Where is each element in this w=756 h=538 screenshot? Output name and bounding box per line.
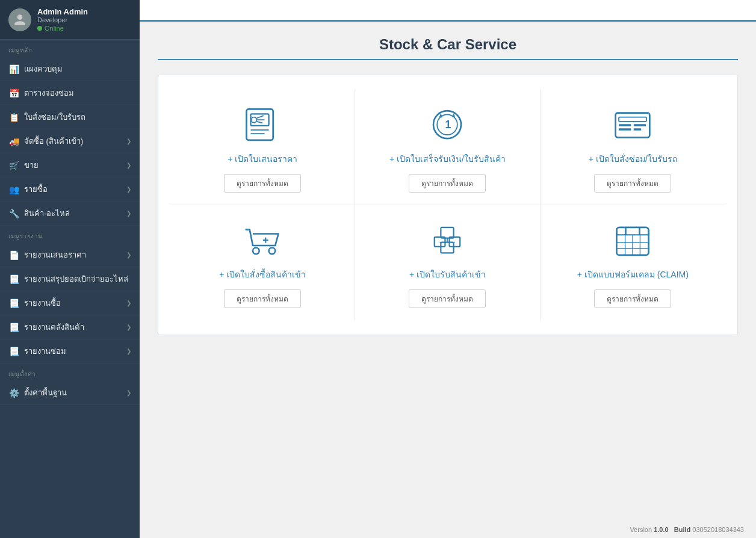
repair-order-icon [609,104,657,146]
avatar [8,8,31,31]
sidebar-item-label: รายงานเสนอราคา [24,249,86,261]
svg-rect-13 [634,128,641,131]
sidebar-item-dashboard[interactable]: 📊 แผงควบคุม [0,57,140,81]
report-icon: 📄 [8,250,19,260]
sidebar-item-label: รายซื้อ [24,183,48,196]
btn-view-quotation[interactable]: ดูรายการทั้งหมด [224,174,301,193]
claim-icon [609,220,657,262]
svg-point-14 [253,248,259,255]
chevron-right-icon: ❯ [126,324,131,330]
svg-rect-16 [441,243,454,253]
card-label-repair-order: + เปิดใบสั่งซ่อม/ใบรับรถ [589,152,677,165]
btn-view-claim[interactable]: ดูรายการทั้งหมด [594,289,671,308]
chevron-right-icon: ❯ [126,186,131,193]
sidebar-item-label: แผงควบคุม [24,63,63,75]
sidebar-item-label: ตารางจองซ่อม [24,87,74,99]
expenses-icon: 👥 [8,185,19,194]
sidebar-item-report-purchase[interactable]: 📃 รายงานซื้อ ❯ [0,291,140,315]
svg-rect-12 [634,124,646,126]
sidebar-item-label: รายงานซื้อ [24,297,61,309]
sidebar-item-label: จัดซื้อ (สินค้าเข้า) [24,135,83,147]
main-content: Stock & Car Service [140,0,756,538]
svg-point-2 [252,117,257,123]
version-bar: Version 1.0.0 Build 03052018034343 [140,521,756,538]
sidebar-item-label: รายงานสรุปยอดเบิกจ่ายอะไหล่ [24,273,128,285]
user-profile[interactable]: Admin Admin Developer Online [0,0,140,40]
chevron-right-icon: ❯ [126,300,131,306]
svg-point-15 [269,248,276,255]
sidebar: Admin Admin Developer Online เมนูหลัก 📊 … [0,0,140,538]
btn-view-purchase-order[interactable]: ดูรายการทั้งหมด [224,289,301,308]
chevron-right-icon: ❯ [126,348,131,354]
content-area: Stock & Car Service [140,22,756,521]
btn-view-receipt[interactable]: ดูรายการทั้งหมด [409,174,486,193]
truck-icon: 🚚 [8,137,19,146]
sidebar-item-report-quote[interactable]: 📄 รายงานเสนอราคา ❯ [0,243,140,267]
gear-icon: ⚙️ [8,388,19,398]
card-label-claim: + เปิดแบบฟอร์มเคลม (CLAIM) [577,268,689,281]
sidebar-item-purchase[interactable]: 🚚 จัดซื้อ (สินค้าเข้า) ❯ [0,129,140,153]
sidebar-item-label: รายงานคลังสินค้า [24,321,84,333]
sidebar-item-settings-basic[interactable]: ⚙️ ตั้งค่าพื้นฐาน ❯ [0,381,140,405]
card-quotation: + เปิดใบเสนอราคา ดูรายการทั้งหมด [170,90,355,205]
svg-rect-9 [619,117,646,122]
sidebar-item-report-parts[interactable]: 📃 รายงานสรุปยอดเบิกจ่ายอะไหล่ [0,267,140,291]
settings-menu-label: เมนูตั้งค่า [0,363,140,381]
status-dot [37,26,42,31]
user-status: Online [37,25,88,32]
svg-text:1: 1 [445,119,451,131]
sidebar-item-label: ใบสั่งซ่อม/ใบรับรถ [24,111,85,123]
user-role: Developer [37,16,88,23]
sidebar-item-spare-parts[interactable]: 🔧 สินค้า-อะไหล่ ❯ [0,202,140,226]
sidebar-item-expenses[interactable]: 👥 รายซื้อ ❯ [0,178,140,202]
main-menu-label: เมนูหลัก [0,40,140,57]
sidebar-item-report-stock[interactable]: 📃 รายงานคลังสินค้า ❯ [0,315,140,339]
svg-rect-11 [619,128,631,131]
card-claim: + เปิดแบบฟอร์มเคลม (CLAIM) ดูรายการทั้งห… [541,205,725,320]
chevron-right-icon: ❯ [126,252,131,258]
sidebar-item-label: รายงานซ่อม [24,345,66,357]
card-repair-order: + เปิดใบสั่งซ่อม/ใบรับรถ ดูรายการทั้งหมด [541,90,725,205]
version-label: Version [630,526,652,533]
dashboard-card: + เปิดใบเสนอราคา ดูรายการทั้งหมด 1 [158,75,738,335]
chevron-right-icon: ❯ [126,210,131,217]
sidebar-item-report-repair[interactable]: 📃 รายงานซ่อม ❯ [0,339,140,363]
sales-icon: 🛒 [8,161,19,170]
report-menu-label: เมนูรายงาน [0,226,140,243]
card-label-quotation: + เปิดใบเสนอราคา [228,152,297,165]
btn-view-receive-goods[interactable]: ดูรายการทั้งหมด [409,289,486,308]
sidebar-item-label: สินค้า-อะไหล่ [24,207,70,220]
sidebar-item-sales[interactable]: 🛒 ขาย ❯ [0,153,140,178]
user-name: Admin Admin [37,7,88,16]
receipt-icon: 1 [423,104,471,146]
card-label-receipt: + เปิดใบเสร็จรับเงิน/ใบรับสินค้า [389,152,506,165]
svg-rect-10 [619,124,631,126]
chevron-right-icon: ❯ [126,162,131,169]
parts-icon: 🔧 [8,209,19,218]
sidebar-item-repair-order[interactable]: 📋 ใบสั่งซ่อม/ใบรับรถ [0,105,140,129]
card-grid: + เปิดใบเสนอราคา ดูรายการทั้งหมด 1 [170,90,725,320]
btn-view-repair-order[interactable]: ดูรายการทั้งหมด [594,174,671,193]
receive-goods-icon [423,220,471,262]
version-number: 1.0.0 [654,526,668,533]
chevron-right-icon: ❯ [126,389,131,396]
report-parts-icon: 📃 [8,274,19,284]
purchase-order-icon [238,220,287,262]
sidebar-item-label: ตั้งค่าพื้นฐาน [24,386,67,399]
status-text: Online [45,25,64,32]
chevron-right-icon: ❯ [126,138,131,144]
quotation-icon [238,104,287,146]
user-info: Admin Admin Developer Online [37,7,88,32]
report-purchase-icon: 📃 [8,298,19,308]
report-stock-icon: 📃 [8,323,19,332]
report-repair-icon: 📃 [8,347,19,356]
card-receive-goods: + เปิดใบรับสินค้าเข้า ดูรายการทั้งหมด [355,205,540,320]
sidebar-item-label: ขาย [24,159,39,172]
top-bar [140,0,756,22]
clipboard-icon: 📋 [8,113,19,122]
card-purchase-order: + เปิดใบสั่งซื้อสินค้าเข้า ดูรายการทั้งห… [170,205,355,320]
card-label-receive-goods: + เปิดใบรับสินค้าเข้า [409,268,486,281]
sidebar-item-repair-schedule[interactable]: 📅 ตารางจองซ่อม [0,81,140,105]
dashboard-icon: 📊 [8,64,19,74]
page-title: Stock & Car Service [158,36,738,60]
